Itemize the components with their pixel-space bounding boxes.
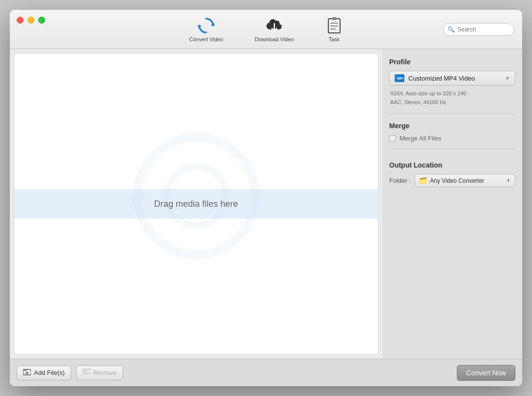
tab-task[interactable]: Task <box>319 14 349 45</box>
profile-dropdown-arrow-icon: ▼ <box>505 76 510 81</box>
folder-row: Folder : 🗂️ Any Video Converter ▼ <box>389 174 515 187</box>
output-section: Output Location Folder : 🗂️ Any Video Co… <box>389 159 515 187</box>
output-section-title: Output Location <box>389 161 515 169</box>
profile-selected-label: Customized MP4 Video <box>408 75 501 82</box>
profile-dropdown[interactable]: MP4 Customized MP4 Video ▼ <box>389 71 515 85</box>
merge-checkbox[interactable] <box>389 135 396 141</box>
folder-arrow-icon: ▼ <box>506 178 511 183</box>
merge-section-title: Merge <box>389 122 515 130</box>
toolbar-tabs: Convert Video Download Video <box>183 14 348 45</box>
svg-rect-4 <box>332 17 337 20</box>
convert-video-icon <box>197 17 215 34</box>
svg-rect-18 <box>82 368 90 373</box>
remove-button[interactable]: Remove <box>76 366 123 380</box>
minimize-button[interactable] <box>27 17 34 24</box>
merge-checkbox-row: Merge All Files <box>389 135 515 142</box>
tab-convert-video[interactable]: Convert Video <box>183 14 229 45</box>
remove-icon <box>82 368 90 377</box>
maximize-button[interactable] <box>38 17 45 24</box>
add-files-label: Add File(s) <box>34 369 65 376</box>
close-button[interactable] <box>17 17 24 24</box>
folder-name: Any Video Converter <box>430 177 503 184</box>
profile-section-title: Profile <box>389 58 515 66</box>
main-window: Convert Video Download Video <box>10 10 522 386</box>
add-files-icon <box>23 368 31 377</box>
tab-download-video[interactable]: Download Video <box>249 14 300 45</box>
svg-rect-15 <box>23 369 27 371</box>
download-video-label: Download Video <box>255 36 294 42</box>
download-video-icon <box>266 17 283 34</box>
task-icon <box>325 17 343 34</box>
svg-text:MP4: MP4 <box>397 77 403 80</box>
folder-icon: 🗂️ <box>419 177 427 184</box>
convert-video-label: Convert Video <box>189 36 223 42</box>
search-box[interactable]: 🔍 <box>443 23 514 36</box>
sidebar: Profile MP4 Customized MP4 Video ▼ X264,… <box>382 49 522 359</box>
task-label: Task <box>328 36 340 42</box>
add-files-button[interactable]: Add File(s) <box>17 366 71 380</box>
main-content: Drag media files here Profile MP4 Custom… <box>10 49 522 359</box>
drop-area[interactable]: Drag media files here <box>14 53 378 355</box>
traffic-lights <box>17 17 45 24</box>
convert-now-label: Convert Now <box>466 369 506 377</box>
remove-label: Remove <box>93 369 117 376</box>
merge-checkbox-label: Merge All Files <box>399 135 441 142</box>
divider-1 <box>389 113 515 114</box>
convert-now-button[interactable]: Convert Now <box>457 365 515 381</box>
mp4-icon: MP4 <box>395 74 404 82</box>
titlebar: Convert Video Download Video <box>10 10 522 49</box>
drop-text: Drag media files here <box>154 199 238 209</box>
profile-sub-info: X264, Auto size up to 320 x 240 AAC, Ste… <box>389 89 515 107</box>
merge-section: Merge Merge All Files <box>389 120 515 142</box>
folder-label: Folder : <box>389 177 411 184</box>
divider-2 <box>389 149 515 149</box>
bottom-bar: Add File(s) Remove Convert Now <box>10 359 522 386</box>
folder-dropdown[interactable]: 🗂️ Any Video Converter ▼ <box>415 174 515 187</box>
search-icon: 🔍 <box>448 26 455 33</box>
